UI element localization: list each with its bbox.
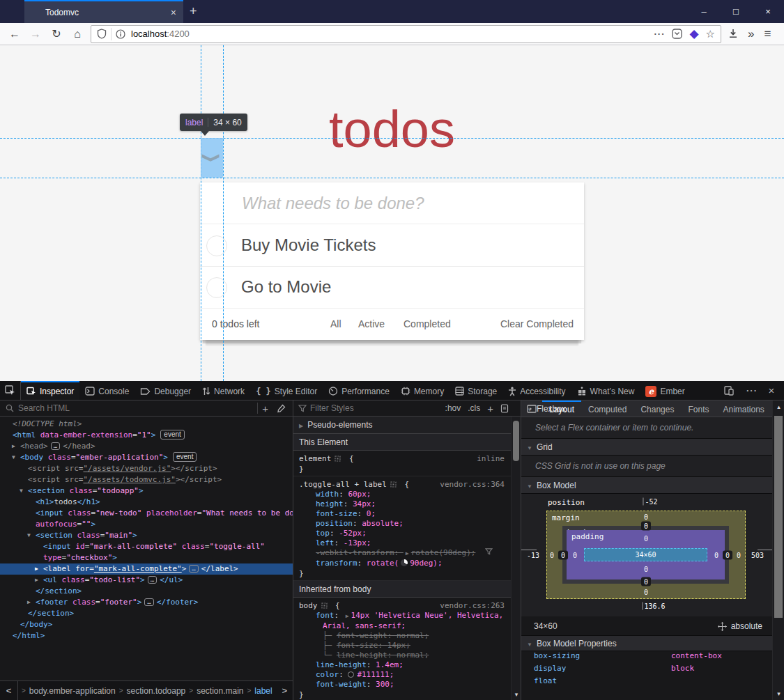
css-property[interactable]: width: 60px;: [299, 490, 506, 499]
devtools-tab-ember[interactable]: eEmber: [640, 381, 690, 400]
sidebar-tab-animations[interactable]: Animations: [716, 400, 771, 417]
overflow-menu-icon[interactable]: »: [748, 27, 754, 41]
breadcrumb-item[interactable]: section.todoapp: [127, 686, 186, 696]
devtools-tab-style-editor[interactable]: { }Style Editor: [250, 381, 323, 400]
css-property[interactable]: ├─ font-weight: normal;: [299, 631, 506, 641]
angle-swatch[interactable]: [401, 559, 408, 566]
grid-section-header[interactable]: ▼Grid: [521, 439, 772, 456]
padding-bottom-value[interactable]: 0: [644, 566, 648, 573]
todo-item[interactable]: Buy Movie Tickets: [200, 225, 584, 267]
devtools-tab-performance[interactable]: Performance: [323, 381, 395, 400]
markup-tree-row[interactable]: ▶<ul class="todo-list">…</ul>: [0, 575, 293, 586]
css-property[interactable]: ├─ font-size: 14px;: [299, 641, 506, 651]
expand-value-arrow-icon[interactable]: ▶: [406, 549, 409, 559]
markup-tree-row[interactable]: <!DOCTYPE html>: [0, 419, 293, 430]
sidebar-toggle-icon[interactable]: [521, 400, 542, 417]
inline-ellipsis-badge[interactable]: …: [148, 576, 157, 584]
add-node-button[interactable]: +: [262, 403, 268, 414]
clear-completed-button[interactable]: Clear Completed: [500, 318, 574, 329]
inline-ellipsis-badge[interactable]: …: [144, 598, 153, 606]
markup-tree-row[interactable]: </body>: [0, 619, 293, 630]
border-top-value[interactable]: 0: [641, 522, 651, 531]
scroll-down-icon[interactable]: ▾: [773, 690, 784, 697]
pseudo-elements-row[interactable]: ▶Pseudo-elements: [293, 417, 512, 434]
scroll-up-icon[interactable]: ▴: [773, 403, 784, 410]
shield-icon[interactable]: [97, 29, 107, 39]
devtools-tab-accessibility[interactable]: Accessibility: [502, 381, 571, 400]
devtools-tab-memory[interactable]: Memory: [395, 381, 449, 400]
markup-tree-row[interactable]: ▼<section class="todoapp">: [0, 485, 293, 497]
expand-arrow-icon[interactable]: ▶: [12, 441, 15, 452]
site-info-icon[interactable]: [116, 29, 125, 39]
css-property[interactable]: -webkit-transform: ▶rotate(90deg);: [299, 548, 506, 559]
home-button[interactable]: ⌂: [67, 28, 88, 40]
event-badge[interactable]: event: [160, 430, 184, 440]
markup-tree-row[interactable]: autofocus="">: [0, 519, 293, 530]
expand-value-arrow-icon[interactable]: ▶: [346, 612, 349, 621]
css-property[interactable]: line-height: 1.4em;: [299, 660, 506, 670]
rule-selector-line[interactable]: body {vendor.css:263: [299, 600, 506, 611]
responsive-design-icon[interactable]: [724, 386, 741, 396]
print-media-icon[interactable]: [500, 404, 509, 413]
rule-selector-line[interactable]: .toggle-all + label {vendor.css:364: [299, 479, 506, 490]
padding-left-value[interactable]: 0: [573, 552, 577, 559]
back-button[interactable]: ←: [4, 28, 25, 40]
sidebar-tab-fonts[interactable]: Fonts: [681, 400, 716, 417]
inline-ellipsis-badge[interactable]: …: [189, 565, 198, 573]
pick-element-button[interactable]: [0, 381, 21, 400]
markup-tree-row[interactable]: </html>: [0, 630, 293, 641]
filter-styles-input[interactable]: Filter Styles: [310, 403, 354, 413]
box-model-section-header[interactable]: ▼Box Model: [521, 477, 772, 494]
markup-tree-row[interactable]: <h1>todos</h1>: [0, 497, 293, 508]
collapse-arrow-icon[interactable]: ▼: [20, 485, 23, 497]
eyedropper-icon[interactable]: [277, 404, 286, 413]
collapse-arrow-icon[interactable]: ▼: [27, 530, 31, 541]
inline-ellipsis-badge[interactable]: …: [51, 442, 60, 450]
markup-tree-row[interactable]: </section>: [0, 586, 293, 597]
todo-item[interactable]: Go to Movie: [200, 267, 584, 309]
url-bar[interactable]: localhost:4200 ··· ◆ ☆: [91, 25, 721, 43]
devtools-tab-debugger[interactable]: Debugger: [134, 381, 197, 400]
ember-extension-icon[interactable]: ◆: [689, 31, 698, 38]
maximize-button[interactable]: □: [720, 0, 752, 23]
devtools-tab-inspector[interactable]: Inspector: [21, 381, 79, 400]
css-property[interactable]: top: -52px;: [299, 529, 506, 538]
css-property[interactable]: position: absolute;: [299, 519, 506, 529]
page-actions-icon[interactable]: ···: [654, 29, 665, 39]
filter-active[interactable]: Active: [358, 318, 385, 329]
rule-source-link[interactable]: inline: [477, 453, 505, 464]
pocket-icon[interactable]: [672, 29, 682, 39]
margin-left-value[interactable]: 0: [550, 552, 554, 559]
box-model-property-row[interactable]: box-sizingcontent-box: [521, 651, 772, 664]
rule-source-link[interactable]: vendor.css:364: [440, 479, 505, 490]
devtools-scrollbar[interactable]: ▴ ▾: [772, 400, 784, 700]
new-tab-button[interactable]: +: [190, 4, 197, 18]
download-icon[interactable]: [728, 29, 738, 39]
url-text[interactable]: localhost:4200: [131, 29, 654, 39]
highlight-selector-icon[interactable]: [390, 481, 397, 488]
markup-tree-row[interactable]: </section>: [0, 608, 293, 619]
sidebar-tab-layout[interactable]: Layout: [542, 400, 581, 417]
margin-right-value[interactable]: 0: [737, 552, 741, 559]
breadcrumb-item[interactable]: section.main: [197, 686, 243, 696]
pseudo-class-button[interactable]: :hov: [445, 403, 461, 413]
box-model-content-box[interactable]: 34×60: [584, 548, 707, 561]
rule-selector-line[interactable]: element {inline: [299, 453, 506, 464]
css-property[interactable]: font-weight: 300;: [299, 680, 506, 690]
markup-tree-row[interactable]: <input class="new-todo" placeholder="Wha…: [0, 508, 293, 519]
expand-arrow-icon[interactable]: ▶: [35, 563, 38, 575]
css-property[interactable]: font-size: 0;: [299, 509, 506, 519]
sidebar-tab-changes[interactable]: Changes: [633, 400, 681, 417]
padding-right-value[interactable]: 0: [714, 552, 718, 559]
margin-top-value[interactable]: 0: [644, 513, 648, 521]
css-property[interactable]: font: ▶14px 'Helvetica Neue', Helvetica,: [299, 611, 506, 621]
sidebar-tab-computed[interactable]: Computed: [581, 400, 633, 417]
new-todo-input[interactable]: What needs to be done?: [200, 182, 584, 224]
box-model-property-row[interactable]: displayblock: [521, 664, 772, 676]
reload-button[interactable]: ↻: [46, 27, 67, 40]
markup-tree-row[interactable]: ▶<head>…</head>: [0, 441, 293, 452]
rule-source-link[interactable]: vendor.css:263: [440, 600, 505, 611]
css-property[interactable]: └─ line-height: normal;: [299, 651, 506, 660]
markup-tree-row[interactable]: <script src="/assets/vendor.js"></script…: [0, 463, 293, 474]
breadcrumb-scroll-right[interactable]: >: [282, 685, 287, 696]
